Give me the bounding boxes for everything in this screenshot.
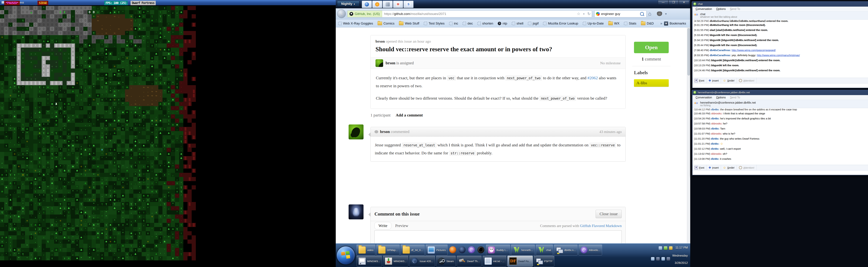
bookmark-stats[interactable]: Stats [624,22,636,25]
home-button[interactable]: ⌂ [648,11,651,17]
tool-insert-button[interactable]: ✚Insert [707,78,721,83]
bookmark-test-styles[interactable]: Test Styles [424,22,444,25]
bookmarks-menu-button[interactable]: ★Bookmarks [664,21,686,26]
tab-write[interactable]: Write [374,222,391,230]
site-identity-button[interactable]: GitHub, Inc. (US) [347,10,382,17]
issue-body-link[interactable]: #2062 [587,76,598,80]
bookmark-comics[interactable]: Comics [378,22,395,25]
maximize-button[interactable]: ❒ [669,0,679,5]
tool-smile-button[interactable]: ☺Smile! [721,165,737,170]
quick-launch-purpleswirl[interactable] [467,245,476,255]
start-button[interactable] [336,246,355,265]
bookmark-shorten[interactable]: shorten [477,22,493,25]
toolbar-overflow-icon[interactable]: ▼ [665,12,667,15]
taskbar-button-mingw3-[interactable]: MINGW3... [356,256,382,266]
reload-icon[interactable]: ↻ [586,12,592,16]
taskbar-button-init-txt-[interactable]: init.txt - ... [483,256,506,266]
tool-font-button[interactable]: AFont [692,78,707,83]
tool-smile-button[interactable]: ☺Smile! [721,78,737,83]
taskbar-button-psftp[interactable]: PSFTP [534,256,554,266]
taskbar-button-dwarf-th-[interactable]: Dwarf Th... [457,256,482,266]
url-bar[interactable]: GitHub, Inc. (US) https://github.com/moz… [347,10,592,17]
search-input[interactable]: engineer guy [601,12,640,16]
quick-launch-pictures[interactable]: Pictures [426,245,447,255]
bookmark-web-x-ray-goggles[interactable]: Web X-Ray Goggles [338,22,373,25]
clock-day[interactable]: Wednesday [672,254,688,258]
chat-window-chat-titlebar[interactable]: chat [692,1,868,6]
taskbar-button-steam[interactable]: Steam [436,256,456,266]
menu-conversation[interactable]: Conversation [694,96,714,100]
menu-conversation[interactable]: Conversation [694,7,714,11]
menu-options[interactable]: Options [714,96,727,100]
quick-launch-db48x-n-[interactable]: db48x.n... [554,245,578,255]
add-comment-link[interactable]: Add a comment [396,113,423,117]
update-tray-icon[interactable] [656,257,660,261]
menu-options[interactable]: Options [714,7,727,11]
bookmark-web-stuff[interactable]: Web Stuff [399,22,419,25]
chat-window-hennethannun-titlebar[interactable]: hennethannûn@conference.jabber.db48x.net [692,90,868,95]
device-tray-icon[interactable] [664,246,667,250]
comment-author-avatar[interactable] [349,125,364,139]
bookmark-shell[interactable]: shell [512,22,523,25]
quick-launch-video[interactable]: video [356,245,375,255]
bookmark-wx[interactable]: WX [608,22,620,25]
dwarf-fortress-titlebar[interactable]: Dwarf Fortress [0,0,336,5]
quick-launch-buddy-l-[interactable]: Buddy L... [486,245,510,255]
firefox-app-menu-button[interactable]: Nightly ▼ [337,1,359,6]
search-icon[interactable] [640,12,644,16]
chat-window-chat-link-segment[interactable]: http://www.wimp.com/maruchristmas/ [757,54,800,57]
issue-opener-login[interactable]: brson [375,39,385,44]
flag-tray-icon[interactable] [669,246,673,250]
pinned-tab-sun-icon[interactable] [372,1,382,8]
quick-launch-orangeplanet[interactable] [448,245,457,255]
urlbar-dropdown-icon[interactable]: ▼ [582,13,586,15]
bookmark-inc[interactable]: inc [449,22,458,25]
scrollbar-thumb[interactable] [687,28,690,75]
google-search-engine-icon[interactable] [596,12,600,16]
quick-launch-blackbird[interactable] [477,245,485,255]
bookmark-d-d[interactable]: D&D [641,22,654,25]
bookmark-up-to-date[interactable]: Up-to-Date [583,22,604,25]
quick-launch-chat[interactable]: chat [536,245,553,255]
volume-tray-icon[interactable] [666,257,670,261]
tool-insert-button[interactable]: ✚Insert [707,165,721,170]
tool-font-button[interactable]: AFont [692,165,707,170]
pinned-tab-gem-icon[interactable] [362,1,372,8]
power-tray-icon[interactable] [651,257,654,261]
moth-addon-icon[interactable] [657,11,662,16]
search-tray-icon[interactable] [659,246,662,250]
bookmark-mozilla-error-lookup[interactable]: Mozilla Error Lookup [543,22,578,25]
gfm-link[interactable]: GitHub Flavored Markdown [580,224,622,228]
close-issue-button[interactable]: Close issue [596,210,622,218]
quick-launch-henneth-[interactable]: henneth... [511,245,535,255]
browser-scrollbar[interactable] [687,27,690,243]
bookmark-ntp[interactable]: ntp [498,22,507,25]
assignee-avatar[interactable] [375,59,383,67]
clock-date[interactable]: 3/28/2012 [675,261,688,265]
quick-launch-dfmap-[interactable]: DFMap... [376,245,400,255]
bookmarks-overflow-chevron[interactable]: » [660,21,662,25]
quick-launch-#develo-[interactable]: #develo... [579,245,602,255]
pinned-tab-phone-icon[interactable] [383,1,393,8]
tab-preview[interactable]: Preview [391,222,412,229]
comment-textarea[interactable] [374,231,622,243]
bookmark-jsgif[interactable]: jsgif [528,22,539,25]
quick-launch-df-34-0-[interactable]: df_34_0... [401,245,425,255]
taskbar-button-issue-#20-[interactable]: Issue #20... [409,256,435,266]
search-box[interactable]: engineer guy [594,10,647,17]
menu-send-to[interactable]: Send To [728,96,742,100]
taskbar-button-mingw3-[interactable]: MINGW3... [383,256,408,266]
bookmark-star-icon[interactable]: ☆ [576,12,582,16]
chat-window-hennethannun-input-area[interactable] [692,170,868,175]
clock-time[interactable]: 11:17 PM [675,246,688,249]
menu-send-to[interactable]: Send To [728,7,742,11]
quick-launch-darkplanet[interactable] [458,245,466,255]
back-button[interactable]: ‹ [337,9,346,18]
chat-window-chat-input-area[interactable] [692,83,868,88]
chat-window-chat-link-segment[interactable]: http://www.wimp.com/popcornpopped/ [732,49,776,52]
taskbar-button-dwarf-fo-[interactable]: DFDwarf Fo... [507,256,533,266]
bookmark-dec[interactable]: dec [463,22,473,25]
close-button[interactable]: ✕ [679,0,689,5]
network-tray-icon[interactable] [661,257,665,261]
pinned-tab-s-icon[interactable]: S [403,1,413,8]
